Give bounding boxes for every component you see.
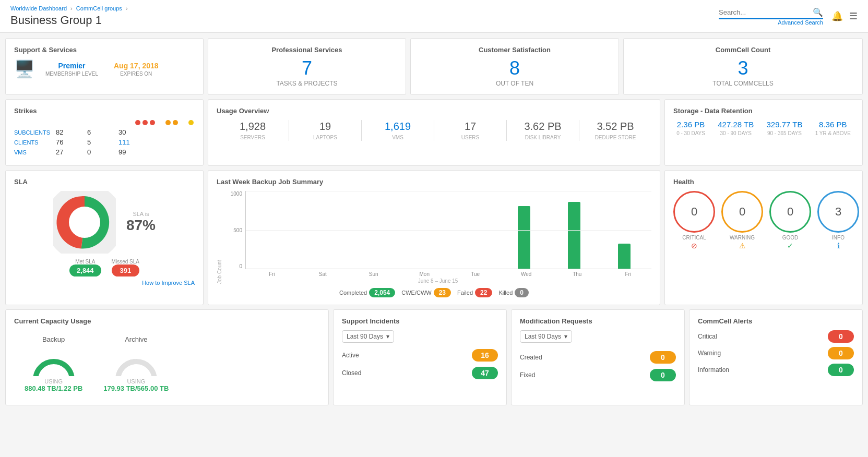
health-title: Health: [673, 178, 854, 186]
commcell-count-card: CommCell Count 3 TOTAL COMMCELLS: [623, 38, 863, 95]
bar-fri2: [601, 244, 647, 269]
support-incidents-card: Support Incidents Last 90 Days ▾ Active …: [333, 309, 507, 405]
header-icons: 🔔 ☰: [831, 10, 858, 22]
health-info: 3 INFO ℹ: [817, 191, 859, 250]
customer-satisfaction-card: Customer Satisfaction 8 OUT OF TEN: [410, 38, 619, 95]
dot-yellow: [188, 120, 194, 125]
menu-icon[interactable]: ☰: [849, 10, 858, 22]
professional-services-card: Professional Services 7 TASKS & PROJECTS: [208, 38, 406, 95]
info-icon: ℹ: [837, 242, 840, 250]
backup-summary-card: Last Week Backup Job Summary Job Count 1…: [208, 170, 660, 305]
storage-title: Storage - Data Retention: [673, 107, 854, 115]
dot-red3: [150, 120, 155, 125]
svg-point-1: [69, 207, 100, 238]
legend-killed: Killed 0: [498, 288, 529, 297]
usage-overview-card: Usage Overview 1,928 SERVERS 19 LAPTOPS …: [208, 99, 660, 166]
y-ticks: 1000 500 0: [224, 191, 245, 269]
usage-laptops: 19 LAPTOPS: [289, 121, 361, 140]
last-row: Current Capacity Usage Backup USING 880.…: [5, 309, 863, 405]
usage-servers: 1,928 SERVERS: [217, 121, 289, 140]
health-good: 0 GOOD ✓: [769, 191, 811, 250]
pro-services-title: Professional Services: [217, 46, 397, 54]
mod-created: Created 0: [520, 351, 676, 364]
bell-icon[interactable]: 🔔: [831, 10, 843, 22]
health-card: Health 0 CRITICAL ⊘ 0 WARNING ⚠: [664, 170, 863, 305]
storage-1yr: 8.36 PB 1 YR & ABOVE: [815, 120, 851, 136]
sla-is-label: SLA is: [126, 211, 156, 217]
usage-users: 17 USERS: [434, 121, 506, 140]
capacity-title: Current Capacity Usage: [14, 317, 320, 325]
missed-sla-value: 391: [112, 264, 139, 276]
chart-date-range: June 8 – June 15: [224, 278, 651, 284]
good-icon: ✓: [787, 242, 793, 250]
capacity-backup: Backup USING 880.48 TB/1.22 PB: [25, 335, 82, 392]
header-right: 🔍 Advanced Search 🔔 ☰: [719, 7, 858, 26]
strikes-row-clients: CLIENTS 76 5 111: [14, 138, 195, 146]
health-warning: 0 WARNING ⚠: [721, 191, 763, 250]
commcell-title: CommCell Count: [632, 46, 854, 54]
search-icon[interactable]: 🔍: [813, 7, 823, 17]
sla-title: SLA: [14, 178, 195, 186]
storage-card: Storage - Data Retention 2.36 PB 0 - 30 …: [664, 99, 863, 166]
warning-icon: ⚠: [739, 242, 746, 250]
header: Worldwide Dashboard › CommCell groups › …: [0, 0, 868, 33]
cust-sat-label: OUT OF TEN: [419, 80, 610, 87]
usage-disk: 3.62 PB DISK LIBRARY: [507, 121, 579, 140]
improve-sla-link[interactable]: How to Improve SLA: [14, 280, 195, 286]
job-legend: Completed 2,054 CWE/CWW 23 Failed 22 Kil…: [217, 288, 651, 297]
legend-cwe: CWE/CWW 23: [401, 288, 451, 297]
pro-services-number: 7: [217, 59, 397, 78]
missed-sla-label: Missed SLA: [112, 259, 139, 264]
header-left: Worldwide Dashboard › CommCell groups › …: [10, 5, 130, 27]
legend-failed: Failed 22: [457, 288, 492, 297]
dot-orange2: [173, 120, 178, 125]
bot-row: SLA SLA is 87%: [5, 170, 863, 305]
strikes-title: Strikes: [14, 107, 195, 115]
strikes-row-vms: VMS 27 0 99: [14, 148, 195, 156]
pro-services-label: TASKS & PROJECTS: [217, 80, 397, 87]
support-title: Support & Services: [14, 46, 195, 54]
advanced-search-link[interactable]: Advanced Search: [719, 19, 823, 26]
support-icon: 🖥️: [14, 59, 35, 79]
commcell-number: 3: [632, 59, 854, 78]
bar-thu: [551, 202, 597, 269]
alert-warning: Warning 0: [698, 347, 854, 359]
legend-completed: Completed 2,054: [339, 288, 395, 297]
mid-row: Strikes SUBCLIENTS 82 6 30 CL: [5, 99, 863, 166]
mod-fixed: Fixed 0: [520, 369, 676, 381]
alert-critical: Critical 0: [698, 330, 854, 343]
incidents-title: Support Incidents: [342, 317, 498, 325]
incident-closed: Closed 47: [342, 367, 498, 379]
mod-title: Modification Requests: [520, 317, 676, 325]
search-input[interactable]: [719, 8, 813, 16]
y-axis-label: Job Count: [217, 191, 222, 284]
incident-active: Active 16: [342, 349, 498, 362]
capacity-archive: Archive USING 179.93 TB/565.00 TB: [103, 335, 169, 392]
dot-orange: [165, 120, 171, 125]
support-services-card: Support & Services 🖥️ Premier MEMBERSHIP…: [5, 38, 204, 95]
critical-icon: ⊘: [691, 242, 697, 250]
met-sla-value: 2,844: [69, 264, 101, 276]
sla-pie: [53, 191, 116, 254]
alerts-title: CommCell Alerts: [698, 317, 854, 325]
capacity-card: Current Capacity Usage Backup USING 880.…: [5, 309, 329, 405]
breadcrumb-commcell[interactable]: CommCell groups: [76, 5, 122, 11]
mod-dropdown[interactable]: Last 90 Days ▾: [520, 330, 572, 343]
dropdown-arrow-icon: ▾: [386, 333, 389, 340]
breadcrumb-worldwide[interactable]: Worldwide Dashboard: [10, 5, 67, 11]
backup-summary-title: Last Week Backup Job Summary: [217, 178, 651, 186]
membership-label: MEMBERSHIP LEVEL: [45, 71, 98, 77]
cust-sat-title: Customer Satisfaction: [419, 46, 610, 54]
met-sla-label: Met SLA: [69, 259, 101, 264]
search-box: 🔍: [719, 7, 823, 19]
x-labels: Fri Sat Sun Mon Tue Wed Thu Fri: [224, 271, 651, 277]
incidents-dropdown[interactable]: Last 90 Days ▾: [342, 330, 394, 343]
alert-information: Information 0: [698, 364, 854, 376]
modification-requests-card: Modification Requests Last 90 Days ▾ Cre…: [511, 309, 685, 405]
membership-value: Premier: [45, 62, 98, 70]
page-title: Business Group 1: [10, 14, 130, 27]
strikes-card: Strikes SUBCLIENTS 82 6 30 CL: [5, 99, 204, 166]
mod-dropdown-arrow-icon: ▾: [564, 333, 567, 340]
dot-red2: [142, 120, 148, 125]
bars-container: [245, 191, 651, 269]
